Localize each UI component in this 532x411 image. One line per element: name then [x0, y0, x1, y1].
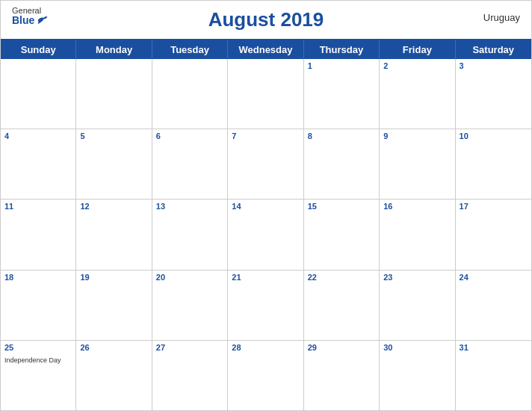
logo-bird-icon — [37, 15, 49, 25]
day-cell: 18 — [1, 271, 76, 340]
day-cell: 2 — [380, 59, 455, 129]
day-number: 12 — [80, 202, 147, 211]
day-cell: 10 — [456, 129, 531, 199]
day-number: 19 — [80, 273, 147, 282]
day-cell: 21 — [228, 271, 303, 340]
day-cell: 8 — [304, 129, 380, 199]
calendar-title: August 2019 — [208, 8, 324, 31]
day-cell: 1 — [304, 59, 380, 129]
day-number: 5 — [80, 132, 147, 140]
day-cell: 12 — [76, 200, 152, 269]
day-number: 17 — [460, 202, 528, 211]
day-number: 22 — [308, 273, 375, 282]
calendar-grid: SundayMondayTuesdayWednesdayThursdayFrid… — [1, 39, 531, 410]
day-number: 13 — [156, 202, 223, 211]
day-cell: 16 — [380, 200, 455, 269]
day-cell: 6 — [152, 129, 228, 199]
day-cell: 13 — [152, 200, 228, 269]
day-cell: 25Independence Day — [1, 341, 76, 410]
day-cell: 29 — [304, 341, 380, 410]
day-number: 11 — [4, 202, 72, 211]
day-number: 15 — [308, 202, 375, 211]
day-cell: 23 — [380, 271, 455, 340]
day-number: 21 — [232, 273, 299, 282]
day-number: 26 — [80, 343, 147, 352]
day-header-monday: Monday — [76, 40, 152, 59]
day-cell: 14 — [228, 200, 303, 269]
day-cell: 28 — [228, 341, 303, 410]
day-number: 18 — [4, 273, 72, 282]
day-cell — [152, 59, 228, 129]
logo-blue-text: Blue — [12, 15, 49, 25]
day-number: 25 — [4, 343, 72, 352]
day-cell — [76, 59, 152, 129]
day-number: 20 — [156, 273, 223, 282]
day-cell: 5 — [76, 129, 152, 199]
day-cell: 17 — [456, 200, 531, 269]
day-cell: 4 — [1, 129, 76, 199]
week-row-2: 45678910 — [1, 129, 531, 200]
day-cell: 27 — [152, 341, 228, 410]
day-header-friday: Friday — [380, 40, 455, 59]
day-cell: 22 — [304, 271, 380, 340]
day-number: 4 — [4, 132, 72, 140]
day-number: 24 — [460, 273, 528, 282]
week-row-4: 18192021222324 — [1, 271, 531, 341]
day-cell — [228, 59, 303, 129]
day-number: 28 — [232, 343, 299, 352]
day-number: 29 — [308, 343, 375, 352]
day-cell: 24 — [456, 271, 531, 340]
day-number: 30 — [383, 343, 451, 352]
day-header-tuesday: Tuesday — [152, 40, 228, 59]
day-number: 7 — [232, 132, 299, 140]
week-row-1: 123 — [1, 59, 531, 129]
week-row-5: 25Independence Day262728293031 — [1, 341, 531, 410]
day-cell: 11 — [1, 200, 76, 269]
day-number: 3 — [460, 61, 528, 70]
day-cell: 31 — [456, 341, 531, 410]
logo-area: General Blue — [12, 7, 49, 25]
day-number: 1 — [308, 61, 375, 70]
day-headers-row: SundayMondayTuesdayWednesdayThursdayFrid… — [1, 40, 531, 59]
day-number: 6 — [156, 132, 223, 140]
day-header-saturday: Saturday — [456, 40, 531, 59]
day-header-thursday: Thursday — [304, 40, 380, 59]
day-number: 14 — [232, 202, 299, 211]
day-number: 10 — [460, 132, 528, 140]
calendar-header: General Blue August 2019 Uruguay — [1, 1, 531, 39]
day-number: 27 — [156, 343, 223, 352]
day-number: 9 — [383, 132, 451, 140]
day-cell: 9 — [380, 129, 455, 199]
day-header-sunday: Sunday — [1, 40, 76, 59]
day-cell: 26 — [76, 341, 152, 410]
day-cell: 7 — [228, 129, 303, 199]
day-cell: 3 — [456, 59, 531, 129]
day-number: 31 — [460, 343, 528, 352]
day-header-wednesday: Wednesday — [228, 40, 303, 59]
day-number: 2 — [383, 61, 451, 70]
day-event: Independence Day — [4, 356, 61, 364]
day-number: 16 — [383, 202, 451, 211]
day-cell: 19 — [76, 271, 152, 340]
day-cell: 20 — [152, 271, 228, 340]
week-row-3: 11121314151617 — [1, 200, 531, 270]
country-label: Uruguay — [483, 12, 520, 23]
day-cell — [1, 59, 76, 129]
calendar-container: General Blue August 2019 Uruguay SundayM… — [0, 0, 532, 411]
day-number: 8 — [308, 132, 375, 140]
day-number: 23 — [383, 273, 451, 282]
day-cell: 15 — [304, 200, 380, 269]
calendar-weeks: 1234567891011121314151617181920212223242… — [1, 59, 531, 410]
day-cell: 30 — [380, 341, 455, 410]
